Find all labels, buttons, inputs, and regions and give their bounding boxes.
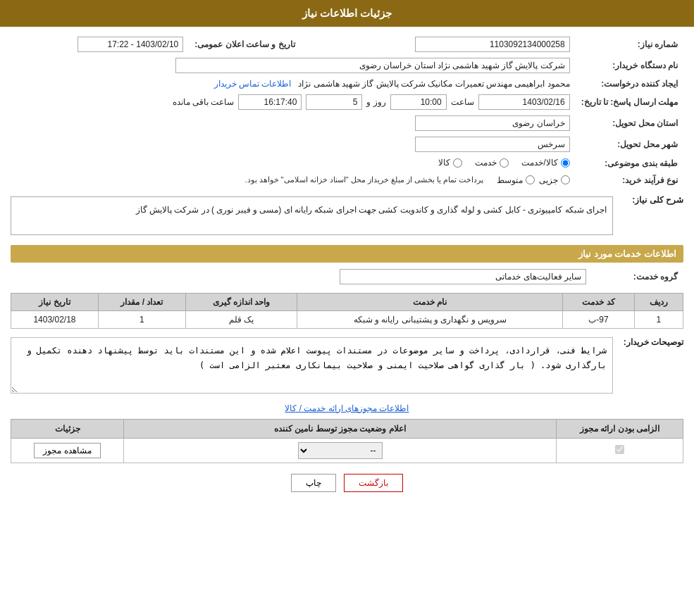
shenmare-value: 1103092134000258 [322,34,576,55]
grouh-table: گروه خدمت: سایر فعالیت‌های خدماتی [11,266,683,287]
page-title: جزئیات اطلاعات نیاز [302,7,392,19]
radio-kala-input[interactable] [453,158,462,168]
cell-joziat: مشاهده مجوز [11,438,124,463]
radio-khedmat: خدمت [475,158,509,168]
mojavez-row: -- مشاهده مجوز [11,438,683,463]
nam-dastgah-input: شرکت پالایش گاز شهید هاشمی نژاد استان خر… [175,58,570,73]
page-wrapper: جزئیات اطلاعات نیاز شماره نیاز: 11030921… [0,0,694,616]
shenmare-label: شماره نیاز: [576,34,683,55]
shenmare-input: 1103092134000258 [415,37,570,52]
khademat-section-title: اطلاعات خدمات مورد نیاز [11,245,683,263]
buttons-row: بازگشت چاپ [11,474,683,492]
shahr-input: سرخس [415,137,570,152]
radio-jozi-input[interactable] [561,175,570,184]
col-joziat: جزئیات [11,419,124,438]
radio-kala: کالا [438,158,462,168]
farayand-label: نوع فرآیند خرید: [576,172,683,188]
ostan-input: خراسان رضوی [415,115,570,131]
tousif-textarea[interactable] [11,337,613,394]
back-button[interactable]: بازگشت [344,474,403,492]
radio-motavasset-label: متوسط [497,175,523,185]
page-header: جزئیات اطلاعات نیاز [0,0,694,27]
eelam-select[interactable]: -- [298,442,383,459]
col-eelam: اعلام وضعیت مجوز توسط نامین کننده [124,419,557,438]
roz-label: روز و [366,97,385,107]
mojavez-section-link[interactable]: اطلاعات مجوزهای ارائه خدمت / کالا [11,403,683,413]
cell-tedad: 1 [98,310,185,328]
col-name: نام خدمت [297,293,563,310]
tabaqe-label: طبقه بندی موضوعی: [576,155,683,172]
cell-tarikh: 1403/02/18 [11,310,99,328]
cell-checkbox [557,438,683,463]
tarikh-saat-input: 10:00 [390,94,447,110]
radio-khedmat-input[interactable] [500,158,509,168]
tamas-khardar-link[interactable]: اطلاعات تماس خریدار [214,79,292,89]
tarikh-remaining-input: 16:17:40 [238,94,302,110]
radio-jozi: جزیی [539,175,570,185]
radio-kala-khedmat: کالا/خدمت [521,158,569,168]
radio-kala-label: کالا [438,158,450,168]
sharh-value: اجرای شبکه کامپیوتری - کابل کشی و لوله گ… [11,196,613,235]
tarikh-elan-label: تاریخ و ساعت اعلان عمومی: [189,34,300,55]
col-tedad: تعداد / مقدار [98,293,185,310]
radio-jozi-label: جزیی [539,175,558,185]
radio-motavasset-input[interactable] [526,175,535,184]
col-radif: ردیف [634,293,683,310]
col-vahed: واحد اندازه گیری [185,293,297,310]
print-button[interactable]: چاپ [291,474,336,492]
col-elzami: الزامی بودن ارائه مجوز [557,419,683,438]
elzami-checkbox [615,445,624,454]
ostan-label: استان محل تحویل: [576,113,683,134]
table-row: 1 97-ب سرویس و نگهداری و پشتیبانی رایانه… [11,310,683,328]
farayand-note: پرداخت تمام یا بخشی از مبلغ خریداز محل "… [244,175,483,184]
cell-radif: 1 [634,310,683,328]
col-kod: کد خدمت [563,293,635,310]
radio-kala-khedmat-label: کالا/خدمت [521,158,557,168]
main-content: شماره نیاز: 1103092134000258 تاریخ و ساع… [0,27,694,510]
shahr-label: شهر محل تحویل: [576,134,683,155]
mojavez-table: الزامی بودن ارائه مجوز اعلام وضعیت مجوز … [11,419,683,463]
cell-name: سرویس و نگهداری و پشتیبانی رایانه و شبکه [297,310,563,328]
radio-khedmat-label: خدمت [475,158,497,168]
tarikh-roz-input: 5 [306,94,362,110]
moshahedeh-mojoz-button[interactable]: مشاهده مجوز [34,443,100,458]
tabaqe-radio-group: کالا/خدمت خدمت کالا [438,158,569,168]
grouh-label: گروه خدمت: [592,266,683,287]
cell-kod: 97-ب [563,310,635,328]
radio-kala-khedmat-input[interactable] [561,158,570,168]
info-table: شماره نیاز: 1103092134000258 تاریخ و ساع… [11,34,683,188]
remaining-label: ساعت باقی مانده [173,97,235,107]
saat-label: ساعت [451,97,474,107]
cell-vahed: یک قلم [185,310,297,328]
ijad-konande-value: محمود ابراهیمی مهندس تعمیرات مکانیک شرکت… [298,79,569,89]
cell-eelam: -- [124,438,557,463]
ijad-konande-label: ایجاد کننده درخواست: [576,76,683,92]
tousif-label: توصیحات خریدار: [613,334,683,347]
services-table: ردیف کد خدمت نام خدمت واحد اندازه گیری ت… [11,293,683,329]
tarikh-date-input: 1403/02/16 [478,94,570,110]
tarikh-label: مهلت ارسال پاسخ: تا تاریخ: [576,92,683,113]
grouh-input: سایر فعالیت‌های خدماتی [340,269,586,284]
tarikh-elan-value: 1403/02/10 - 17:22 [11,34,189,55]
radio-motavasset: متوسط [497,175,535,185]
col-tarikh: تاریخ نیاز [11,293,99,310]
nam-dastgah-label: نام دستگاه خریدار: [576,55,683,76]
sharh-label: شرح کلی نیاز: [613,192,683,205]
tarikh-elan-input: 1403/02/10 - 17:22 [78,37,183,52]
